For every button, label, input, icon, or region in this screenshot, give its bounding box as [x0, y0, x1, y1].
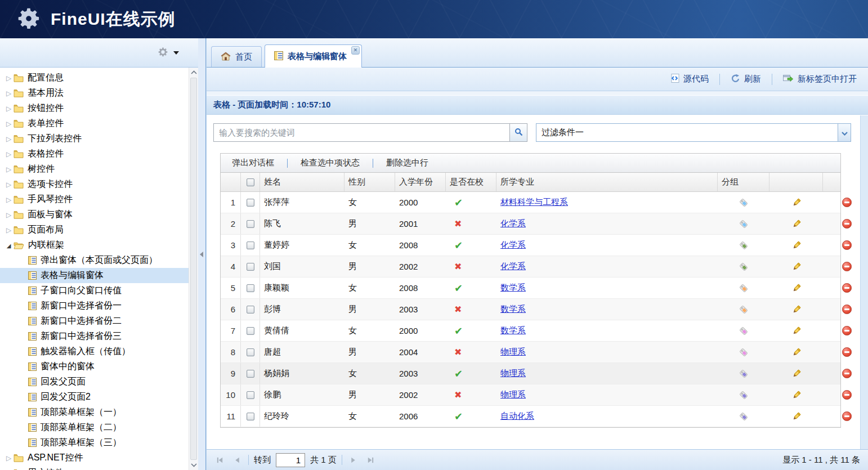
edit-pencil-icon[interactable] [791, 411, 802, 422]
row-checkbox[interactable] [247, 306, 254, 314]
expand-arrow-icon[interactable] [4, 89, 14, 97]
sidebar-scrollbar[interactable] [189, 68, 198, 470]
open-dialog-button[interactable]: 弹出对话框 [225, 156, 281, 170]
tree-item[interactable]: 表格控件 [0, 146, 189, 162]
row-checkbox[interactable] [247, 327, 254, 335]
settings-dropdown-arrow-icon[interactable] [173, 51, 179, 55]
expand-arrow-icon[interactable] [4, 226, 14, 234]
major-link[interactable]: 化学系 [500, 261, 526, 272]
table-row[interactable]: 3 董婷婷 女 2008 ✔ ✖ 化学系 [221, 235, 840, 256]
tree-item[interactable]: 按钮控件 [0, 101, 189, 116]
table-row[interactable]: 8 唐超 男 2004 ✔ ✖ 物理系 [221, 342, 840, 363]
delete-row-icon[interactable] [842, 326, 852, 335]
settings-gear-icon[interactable] [158, 47, 168, 59]
tree-item[interactable]: 新窗口中选择省份一 [0, 298, 189, 314]
delete-row-icon[interactable] [842, 305, 852, 314]
last-page-icon[interactable] [365, 454, 377, 466]
expand-arrow-icon[interactable] [4, 165, 14, 173]
major-link[interactable]: 材料科学与工程系 [500, 197, 568, 208]
refresh-button[interactable]: 刷新 [727, 71, 764, 87]
group-tag-icon[interactable] [739, 305, 749, 315]
tree-item[interactable]: 手风琴控件 [0, 192, 189, 207]
edit-pencil-icon[interactable] [791, 283, 802, 293]
table-row[interactable]: 9 杨娟娟 女 2003 ✔ ✖ 物理系 [221, 363, 840, 384]
scroll-down-icon[interactable] [189, 460, 198, 470]
delete-row-icon[interactable] [842, 198, 852, 207]
tree-item[interactable]: 表格与编辑窗体 [0, 268, 189, 283]
edit-pencil-icon[interactable] [791, 390, 802, 400]
delete-row-icon[interactable] [842, 262, 852, 271]
group-tag-icon[interactable] [739, 240, 749, 250]
table-row[interactable]: 7 黄倩倩 女 2000 ✔ ✖ 数学系 [221, 320, 840, 342]
prev-page-icon[interactable] [231, 454, 243, 466]
group-tag-icon[interactable] [739, 390, 749, 400]
tree-item[interactable]: 新窗口中选择省份二 [0, 314, 189, 329]
expand-arrow-icon[interactable] [4, 181, 14, 189]
table-row[interactable]: 4 刘国 男 2002 ✔ ✖ 化学系 [221, 256, 840, 277]
expand-arrow-icon[interactable] [4, 454, 14, 462]
filter-dropdown[interactable]: 过滤条件一 [536, 123, 851, 142]
row-checkbox[interactable] [247, 413, 254, 420]
expand-arrow-icon[interactable] [4, 150, 14, 158]
edit-pencil-icon[interactable] [791, 198, 802, 208]
row-checkbox[interactable] [247, 348, 254, 356]
delete-selected-button[interactable]: 删除选中行 [379, 156, 435, 170]
tree-item[interactable]: 子窗口向父窗口传值 [0, 283, 189, 298]
open-new-tab-button[interactable]: 新标签页中打开 [780, 71, 860, 87]
major-link[interactable]: 物理系 [500, 368, 526, 379]
expand-arrow-icon[interactable] [4, 196, 14, 204]
delete-row-icon[interactable] [842, 347, 852, 357]
group-tag-icon[interactable] [739, 411, 749, 422]
tree-item[interactable]: 顶部菜单框架（二） [0, 420, 189, 435]
group-tag-icon[interactable] [739, 369, 749, 379]
table-row[interactable]: 10 徐鹏 男 2002 ✔ ✖ 物理系 [221, 384, 840, 406]
major-link[interactable]: 物理系 [500, 347, 526, 357]
page-number-input[interactable] [276, 453, 305, 467]
next-page-icon[interactable] [347, 454, 360, 466]
search-button[interactable] [509, 124, 527, 141]
tree-item[interactable]: 窗体中的窗体 [0, 359, 189, 374]
tree-item[interactable]: 触发器输入框（传值） [0, 344, 189, 359]
tree-item[interactable]: 顶部菜单框架（一） [0, 405, 189, 420]
major-link[interactable]: 数学系 [500, 304, 526, 315]
tree-item[interactable]: 基本用法 [0, 86, 189, 101]
group-tag-icon[interactable] [739, 262, 749, 272]
row-checkbox[interactable] [247, 220, 254, 228]
group-tag-icon[interactable] [739, 219, 749, 229]
table-row[interactable]: 6 彭博 男 2003 ✔ ✖ 数学系 [221, 299, 840, 320]
tree-item[interactable]: 弹出窗体（本页面或父页面） [0, 253, 189, 268]
edit-pencil-icon[interactable] [791, 369, 802, 379]
tree-item[interactable]: 用户控件 [0, 465, 189, 470]
check-selected-button[interactable]: 检查选中项状态 [294, 156, 366, 170]
dropdown-button[interactable] [838, 124, 851, 141]
edit-pencil-icon[interactable] [791, 219, 802, 229]
edit-pencil-icon[interactable] [791, 305, 802, 315]
expand-arrow-icon[interactable] [4, 135, 14, 143]
major-link[interactable]: 物理系 [500, 390, 526, 400]
delete-row-icon[interactable] [842, 219, 852, 229]
tree-item[interactable]: ASP.NET控件 [0, 450, 189, 465]
source-code-button[interactable]: 源代码 [666, 71, 712, 87]
table-row[interactable]: 1 张萍萍 女 2000 ✔ ✖ 材料科学与工程系 [221, 192, 840, 213]
row-checkbox[interactable] [247, 241, 254, 249]
edit-pencil-icon[interactable] [791, 240, 802, 250]
edit-pencil-icon[interactable] [791, 347, 802, 357]
table-row[interactable]: 2 陈飞 男 2001 ✔ ✖ 化学系 [221, 213, 840, 235]
edit-pencil-icon[interactable] [791, 262, 802, 272]
expand-arrow-icon[interactable] [4, 241, 14, 249]
expand-arrow-icon[interactable] [4, 211, 14, 219]
group-tag-icon[interactable] [739, 326, 749, 336]
scroll-up-icon[interactable] [189, 68, 198, 77]
select-all-checkbox[interactable] [247, 178, 254, 186]
edit-pencil-icon[interactable] [791, 326, 802, 336]
search-input[interactable] [214, 124, 509, 141]
panel-splitter[interactable] [198, 38, 206, 470]
tree-item[interactable]: 配置信息 [0, 70, 189, 86]
tree-item[interactable]: 回发父页面2 [0, 390, 189, 405]
major-link[interactable]: 自动化系 [500, 411, 534, 422]
row-checkbox[interactable] [247, 370, 254, 378]
scrollbar-thumb[interactable] [190, 78, 197, 460]
row-checkbox[interactable] [247, 391, 254, 399]
tree-item[interactable]: 新窗口中选择省份三 [0, 329, 189, 344]
major-link[interactable]: 数学系 [500, 325, 526, 336]
